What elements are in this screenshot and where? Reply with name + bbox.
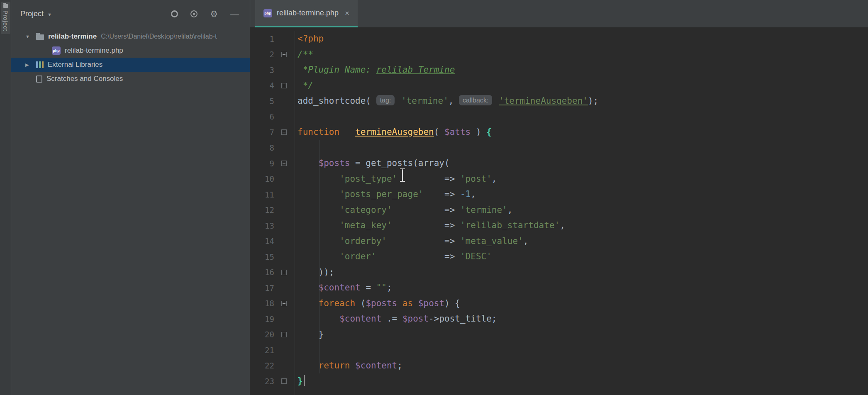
line-number[interactable]: 6 — [250, 112, 274, 121]
tree-item-label: Scratches and Consoles — [46, 75, 123, 83]
chevron-right-icon[interactable]: ▶ — [25, 62, 36, 68]
line-number[interactable]: 3 — [250, 66, 274, 75]
fold-open-icon[interactable] — [281, 161, 287, 166]
line-number[interactable]: 23 — [250, 377, 274, 386]
tree-item-path: C:\Users\Daniel\Desktop\relilab\relilab-… — [101, 33, 217, 40]
gutter: 1234567891011121314151617181920212223 — [250, 31, 295, 395]
fold-end-icon[interactable] — [281, 83, 287, 88]
line-number[interactable]: 8 — [250, 143, 274, 152]
fold-end-icon[interactable] — [281, 270, 287, 275]
line-number[interactable]: 4 — [250, 81, 274, 90]
code-line-15[interactable]: 'order' => 'DESC' — [295, 249, 868, 265]
panel-title[interactable]: Project — [20, 10, 44, 18]
fold-end-icon[interactable] — [281, 332, 287, 337]
project-stripe-button[interactable]: Project — [1, 2, 10, 34]
code-line-13[interactable]: 'meta_key' => 'relilab_startdate', — [295, 218, 868, 234]
project-tree: ▼relilab-termineC:\Users\Daniel\Desktop\… — [11, 28, 250, 86]
text-caret — [304, 375, 305, 386]
line-number[interactable]: 19 — [250, 315, 274, 324]
code-line-20[interactable]: } — [295, 327, 868, 343]
ide-window: Project Project ▼ ⚙— ▼relilab-termineC:\… — [0, 0, 868, 395]
folder-icon — [36, 34, 44, 40]
project-panel: Project ▼ ⚙— ▼relilab-termineC:\Users\Da… — [11, 0, 250, 395]
tree-item-relilab-termine-root[interactable]: ▼relilab-termineC:\Users\Daniel\Desktop\… — [11, 29, 250, 44]
chevron-down-icon[interactable]: ▼ — [47, 11, 52, 17]
line-number[interactable]: 7 — [250, 128, 274, 137]
project-panel-header: Project ▼ ⚙— — [11, 0, 250, 28]
code-line-21[interactable] — [295, 342, 868, 358]
code-line-12[interactable]: 'category' => 'termine', — [295, 202, 868, 218]
settings-gear-icon[interactable]: ⚙ — [210, 10, 218, 18]
code-line-1[interactable]: <?php — [295, 31, 868, 47]
code-line-2[interactable]: /** — [295, 47, 868, 63]
locate-file-icon[interactable] — [171, 10, 178, 17]
parameter-hint: tag: — [376, 95, 395, 105]
chevron-down-icon[interactable]: ▼ — [25, 34, 36, 39]
code-line-18[interactable]: foreach ($posts as $post) { — [295, 296, 868, 312]
line-number[interactable]: 17 — [250, 283, 274, 293]
line-number[interactable]: 22 — [250, 361, 274, 370]
code-line-9[interactable]: $posts = get_posts(array( — [295, 156, 868, 171]
code-line-8[interactable] — [295, 140, 868, 156]
tab-label: relilab-termine.php — [277, 9, 339, 17]
code-line-14[interactable]: 'orderby' => 'meta_value', — [295, 234, 868, 249]
tree-item-scratches-and-consoles[interactable]: Scratches and Consoles — [11, 72, 250, 86]
php-icon: php — [52, 46, 61, 55]
close-icon[interactable]: × — [345, 9, 349, 18]
fold-open-icon[interactable] — [281, 301, 287, 306]
tree-item-label: External Libraries — [48, 61, 102, 69]
fold-open-icon[interactable] — [281, 52, 287, 57]
parameter-hint: callback: — [459, 95, 492, 105]
line-number[interactable]: 15 — [250, 252, 274, 261]
line-number[interactable]: 1 — [250, 34, 274, 44]
editor-tab-bar: php relilab-termine.php × — [250, 0, 868, 28]
line-number[interactable]: 14 — [250, 237, 274, 246]
target-icon[interactable] — [190, 10, 197, 17]
code-line-3[interactable]: *Plugin Name: relilab Termine — [295, 62, 868, 78]
code-lines[interactable]: <?php/** *Plugin Name: relilab Termine *… — [295, 31, 868, 395]
line-number[interactable]: 11 — [250, 190, 274, 199]
code-line-4[interactable]: */ — [295, 78, 868, 94]
php-file-icon: php — [263, 9, 272, 17]
scratch-icon — [36, 76, 42, 83]
project-folder-icon — [3, 4, 8, 8]
code-line-10[interactable]: 'post_type' => 'post', — [295, 171, 868, 187]
line-number[interactable]: 21 — [250, 346, 274, 355]
line-number[interactable]: 20 — [250, 330, 274, 339]
line-number[interactable]: 13 — [250, 221, 274, 230]
line-number[interactable]: 9 — [250, 159, 274, 168]
panel-toolbar: ⚙— — [171, 10, 239, 18]
tree-item-label: relilab-termine.php — [65, 46, 123, 55]
line-number[interactable]: 10 — [250, 174, 274, 183]
line-number[interactable]: 18 — [250, 299, 274, 308]
tab-relilab-termine-php[interactable]: php relilab-termine.php × — [255, 0, 358, 27]
code-line-6[interactable] — [295, 109, 868, 125]
tree-item-external-libraries[interactable]: ▶External Libraries — [11, 58, 250, 72]
line-number[interactable]: 2 — [250, 50, 274, 59]
editor-body: 1234567891011121314151617181920212223 <?… — [250, 28, 868, 395]
line-number[interactable]: 16 — [250, 268, 274, 277]
code-line-11[interactable]: 'posts_per_page' => -1, — [295, 187, 868, 202]
code-line-16[interactable]: )); — [295, 265, 868, 280]
code-line-23[interactable]: } — [295, 373, 868, 389]
code-line-19[interactable]: $content .= $post->post_title; — [295, 311, 868, 327]
line-number[interactable]: 5 — [250, 97, 274, 106]
tree-item-label: relilab-termine — [48, 32, 97, 41]
library-icon — [36, 61, 44, 68]
tree-item-relilab-termine-php[interactable]: phprelilab-termine.php — [11, 44, 250, 58]
fold-end-icon[interactable] — [281, 378, 287, 384]
hide-panel-icon[interactable]: — — [230, 10, 239, 18]
fold-open-icon[interactable] — [281, 129, 287, 135]
code-line-7[interactable]: function termineAusgeben( $atts ) { — [295, 124, 868, 140]
stripe-label: Project — [2, 10, 9, 32]
editor: php relilab-termine.php × 12345678910111… — [250, 0, 868, 395]
code-line-5[interactable]: add_shortcode( tag: 'termine', callback:… — [295, 93, 868, 109]
code-line-17[interactable]: $content = ""; — [295, 280, 868, 296]
code-line-22[interactable]: return $content; — [295, 358, 868, 374]
line-number[interactable]: 12 — [250, 205, 274, 215]
tool-window-stripe: Project — [0, 0, 11, 395]
